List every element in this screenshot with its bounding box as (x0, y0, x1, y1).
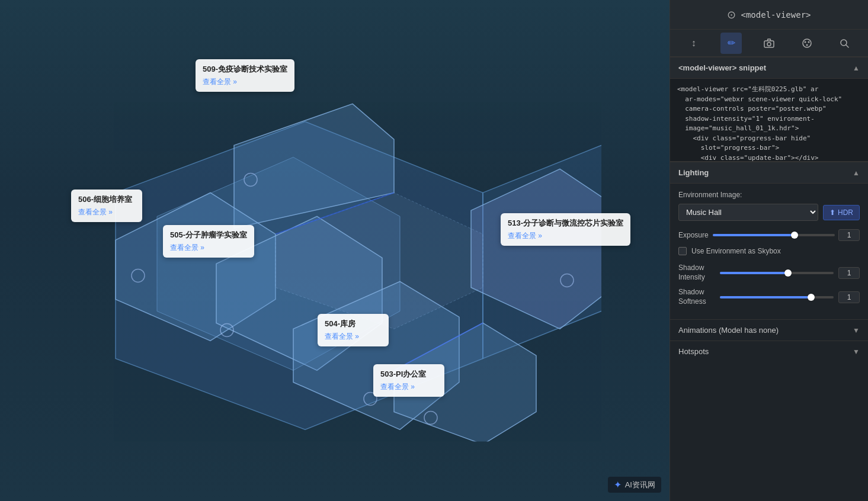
hotspots-label: Hotspots (678, 347, 709, 356)
watermark-icon: ✦ (614, 479, 622, 490)
model-viewer-icon: ⊙ (727, 8, 736, 21)
snippet-title: <model-viewer> snippet (678, 63, 766, 72)
lighting-section: Environment Image: Music HallNeutralNone… (670, 184, 868, 319)
room-name-505: 505-分子肿瘤学实验室 (170, 230, 247, 240)
env-row: Music HallNeutralNoneCustom ⬆ HDR (678, 204, 860, 221)
upload-icon: ⬆ (829, 208, 835, 217)
hotspots-chevron: ▼ (853, 348, 860, 356)
hdr-button[interactable]: ⬆ HDR (823, 205, 860, 220)
room-name-504: 504-库房 (325, 319, 382, 329)
transform-icon[interactable]: ↕ (683, 33, 704, 54)
skybox-checkbox[interactable] (678, 247, 687, 255)
search-icon[interactable] (834, 33, 855, 54)
snippet-chevron: ▲ (853, 64, 860, 72)
exposure-track[interactable] (713, 234, 835, 236)
watermark: ✦ AI资讯网 (608, 477, 661, 493)
room-name-513: 513-分子诊断与微流控芯片实验室 (508, 218, 623, 229)
shadow-intensity-track[interactable] (720, 272, 834, 274)
code-snippet[interactable]: <model-viewer src="生科院0225.glb" ar ar-mo… (670, 79, 868, 162)
edit-icon[interactable]: ✏ (720, 33, 742, 54)
hotspot-505[interactable]: 505-分子肿瘤学实验室 查看全景 » (163, 225, 254, 258)
lighting-title: Lighting (678, 168, 709, 177)
env-image-label: Environment Image: (678, 191, 860, 199)
hotspot-504[interactable]: 504-库房 查看全景 » (318, 314, 389, 346)
viewer-area: 509-免疫诊断技术实验室 查看全景 » 506-细胞培养室 查看全景 » 50… (0, 0, 670, 501)
floor-plan (68, 74, 601, 441)
room-name-509: 509-免疫诊断技术实验室 (203, 64, 287, 75)
skybox-label: Use Environment as Skybox (691, 247, 781, 255)
room-name-503: 503-PI办公室 (380, 369, 437, 380)
snippet-section-header[interactable]: <model-viewer> snippet ▲ (670, 57, 868, 79)
shadow-softness-track[interactable] (720, 296, 834, 298)
hdr-btn-label: HDR (838, 208, 853, 217)
view-link-506[interactable]: 查看全景 » (78, 207, 135, 217)
exposure-input[interactable]: 1 (838, 229, 860, 241)
animations-chevron: ▼ (853, 326, 860, 335)
svg-point-22 (808, 41, 809, 43)
hotspot-503[interactable]: 503-PI办公室 查看全景 » (373, 364, 444, 397)
hotspot-506[interactable]: 506-细胞培养室 查看全景 » (71, 190, 142, 222)
shadow-intensity-row: ShadowIntensity 1 (678, 264, 860, 282)
svg-rect-18 (764, 41, 774, 47)
palette-icon[interactable] (796, 33, 818, 54)
svg-point-23 (806, 44, 808, 46)
shadow-intensity-input[interactable]: 1 (838, 267, 860, 279)
camera-icon[interactable] (758, 33, 780, 54)
skybox-row: Use Environment as Skybox (678, 247, 860, 255)
svg-point-19 (767, 42, 771, 46)
room-name-506: 506-细胞培养室 (78, 194, 135, 205)
shadow-softness-label: ShadowSoftness (678, 288, 715, 306)
watermark-text: AI资讯网 (625, 480, 655, 490)
svg-point-21 (804, 41, 806, 43)
exposure-row: Exposure 1 (678, 229, 860, 241)
animations-section[interactable]: Animations (Model has none) ▼ (670, 319, 868, 341)
hotspot-513[interactable]: 513-分子诊断与微流控芯片实验室 查看全景 » (501, 213, 630, 246)
right-panel: ⊙ <model-viewer> ↕ ✏ (670, 0, 868, 501)
svg-point-20 (803, 39, 811, 47)
panel-header: ⊙ <model-viewer> (670, 0, 868, 30)
view-link-509[interactable]: 查看全景 » (203, 77, 287, 87)
shadow-softness-input[interactable]: 1 (838, 291, 860, 303)
view-link-513[interactable]: 查看全景 » (508, 231, 623, 241)
animations-label: Animations (Model has none) (678, 326, 779, 335)
panel-title: <model-viewer> (741, 10, 811, 20)
lighting-section-header[interactable]: Lighting ▲ (670, 162, 868, 184)
view-link-505[interactable]: 查看全景 » (170, 243, 247, 253)
lighting-chevron: ▲ (853, 169, 860, 177)
view-link-503[interactable]: 查看全景 » (380, 382, 437, 392)
shadow-intensity-label: ShadowIntensity (678, 264, 715, 282)
view-link-504[interactable]: 查看全景 » (325, 332, 382, 342)
exposure-label: Exposure (678, 231, 709, 239)
toolbar: ↕ ✏ (670, 30, 868, 57)
shadow-softness-row: ShadowSoftness 1 (678, 288, 860, 306)
env-select[interactable]: Music HallNeutralNoneCustom (678, 204, 818, 221)
hotspot-509[interactable]: 509-免疫诊断技术实验室 查看全景 » (196, 59, 294, 92)
svg-line-25 (846, 45, 848, 47)
hotspots-section[interactable]: Hotspots ▼ (670, 341, 868, 362)
